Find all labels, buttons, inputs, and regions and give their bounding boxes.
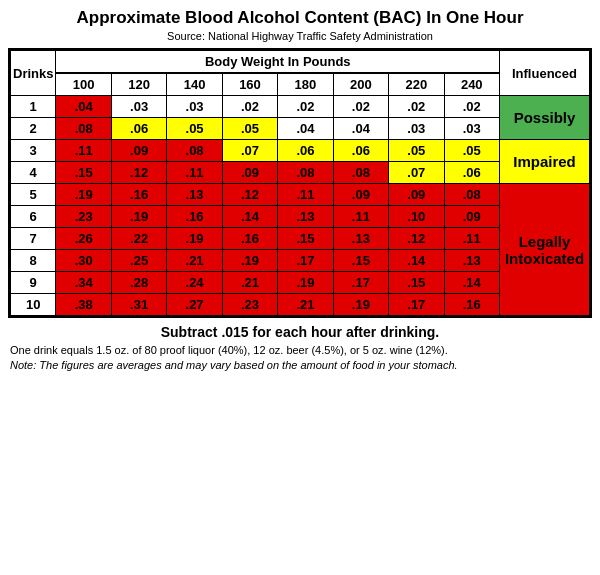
- drinks-cell: 7: [11, 228, 56, 250]
- bac-cell: .19: [111, 206, 166, 228]
- drinks-cell: 10: [11, 294, 56, 316]
- bac-cell: .02: [222, 96, 277, 118]
- bac-cell: .17: [278, 250, 333, 272]
- bac-cell: .11: [333, 206, 388, 228]
- bac-cell: .22: [111, 228, 166, 250]
- bac-cell: .04: [278, 118, 333, 140]
- bac-cell: .03: [444, 118, 499, 140]
- bac-cell: .08: [167, 140, 222, 162]
- bac-cell: .09: [111, 140, 166, 162]
- bac-cell: .12: [222, 184, 277, 206]
- bac-cell: .05: [389, 140, 444, 162]
- bac-cell: .19: [278, 272, 333, 294]
- drinks-cell: 8: [11, 250, 56, 272]
- bac-cell: .11: [444, 228, 499, 250]
- bac-cell: .38: [56, 294, 111, 316]
- table-row: 1.04.03.03.02.02.02.02.02Possibly: [11, 96, 590, 118]
- footer-note-text: One drink equals 1.5 oz. of 80 proof liq…: [10, 344, 448, 356]
- bac-cell: .08: [278, 162, 333, 184]
- weight-240: 240: [444, 73, 499, 96]
- bac-cell: .03: [389, 118, 444, 140]
- bac-cell: .19: [56, 184, 111, 206]
- bac-cell: .19: [167, 228, 222, 250]
- drinks-header: Drinks: [11, 51, 56, 96]
- bac-cell: .12: [389, 228, 444, 250]
- weight-200: 200: [333, 73, 388, 96]
- bac-cell: .04: [56, 96, 111, 118]
- bac-cell: .17: [389, 294, 444, 316]
- influenced-header: Influenced: [500, 51, 590, 96]
- drinks-cell: 4: [11, 162, 56, 184]
- bac-cell: .07: [389, 162, 444, 184]
- weight-180: 180: [278, 73, 333, 96]
- table-row: 5.19.16.13.12.11.09.09.08LegallyIntoxica…: [11, 184, 590, 206]
- weight-120: 120: [111, 73, 166, 96]
- bac-cell: .31: [111, 294, 166, 316]
- bac-cell: .26: [56, 228, 111, 250]
- bac-cell: .06: [444, 162, 499, 184]
- influenced-cell: Impaired: [500, 140, 590, 184]
- subtitle: Source: National Highway Traffic Safety …: [8, 30, 592, 42]
- bac-cell: .34: [56, 272, 111, 294]
- bac-cell: .02: [333, 96, 388, 118]
- weight-100: 100: [56, 73, 111, 96]
- bac-cell: .21: [278, 294, 333, 316]
- bac-cell: .07: [222, 140, 277, 162]
- bac-cell: .16: [444, 294, 499, 316]
- bac-cell: .16: [222, 228, 277, 250]
- bac-cell: .03: [111, 96, 166, 118]
- bac-cell: .08: [333, 162, 388, 184]
- bac-cell: .04: [333, 118, 388, 140]
- bac-cell: .12: [111, 162, 166, 184]
- footer-italic: Note: The figures are averages and may v…: [10, 359, 458, 371]
- bac-cell: .14: [389, 250, 444, 272]
- body-weight-header: Body Weight In Pounds: [56, 51, 500, 74]
- bac-cell: .23: [222, 294, 277, 316]
- bac-table-wrapper: Drinks Body Weight In Pounds Influenced …: [8, 48, 592, 318]
- weight-160: 160: [222, 73, 277, 96]
- bac-cell: .09: [222, 162, 277, 184]
- drinks-cell: 6: [11, 206, 56, 228]
- bac-cell: .15: [56, 162, 111, 184]
- bac-cell: .03: [167, 96, 222, 118]
- main-title: Approximate Blood Alcohol Content (BAC) …: [8, 8, 592, 28]
- bac-cell: .11: [278, 184, 333, 206]
- bac-cell: .09: [444, 206, 499, 228]
- influenced-cell: LegallyIntoxicated: [500, 184, 590, 316]
- bac-cell: .09: [389, 184, 444, 206]
- bac-cell: .16: [167, 206, 222, 228]
- bac-cell: .13: [444, 250, 499, 272]
- bac-cell: .24: [167, 272, 222, 294]
- bac-cell: .05: [222, 118, 277, 140]
- bac-cell: .06: [333, 140, 388, 162]
- bac-cell: .02: [278, 96, 333, 118]
- drinks-cell: 2: [11, 118, 56, 140]
- bac-cell: .11: [167, 162, 222, 184]
- footer-bold: Subtract .015 for each hour after drinki…: [8, 324, 592, 340]
- bac-cell: .08: [444, 184, 499, 206]
- bac-cell: .21: [167, 250, 222, 272]
- bac-cell: .30: [56, 250, 111, 272]
- bac-cell: .09: [333, 184, 388, 206]
- bac-cell: .14: [444, 272, 499, 294]
- bac-cell: .05: [167, 118, 222, 140]
- table-row: 3.11.09.08.07.06.06.05.05Impaired: [11, 140, 590, 162]
- bac-cell: .23: [56, 206, 111, 228]
- drinks-cell: 3: [11, 140, 56, 162]
- bac-cell: .14: [222, 206, 277, 228]
- bac-cell: .02: [389, 96, 444, 118]
- bac-cell: .11: [56, 140, 111, 162]
- bac-cell: .15: [389, 272, 444, 294]
- weight-220: 220: [389, 73, 444, 96]
- bac-cell: .08: [56, 118, 111, 140]
- bac-cell: .19: [333, 294, 388, 316]
- drinks-cell: 5: [11, 184, 56, 206]
- bac-cell: .13: [167, 184, 222, 206]
- bac-cell: .13: [333, 228, 388, 250]
- bac-cell: .05: [444, 140, 499, 162]
- bac-cell: .10: [389, 206, 444, 228]
- drinks-cell: 9: [11, 272, 56, 294]
- bac-cell: .06: [111, 118, 166, 140]
- bac-cell: .21: [222, 272, 277, 294]
- bac-table: Drinks Body Weight In Pounds Influenced …: [10, 50, 590, 316]
